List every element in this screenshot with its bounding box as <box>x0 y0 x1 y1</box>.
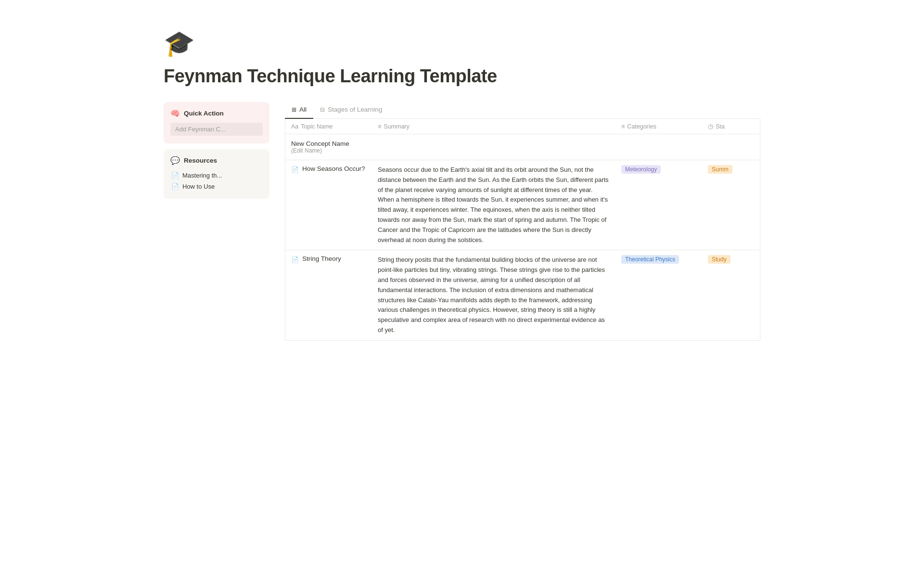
resource-item-label-1: Mastering th... <box>182 172 222 179</box>
seasons-topic-name: How Seasons Occur? <box>302 165 365 172</box>
col-summary-label: Summary <box>384 123 409 130</box>
seasons-category-tag: Meteorology <box>621 165 661 174</box>
page-title: Feynman Technique Learning Template <box>164 66 760 87</box>
string-category-cell: Theoretical Physics <box>616 250 702 340</box>
col-topic-icon: Aa <box>291 123 298 130</box>
seasons-topic-cell: 📄 How Seasons Occur? <box>285 160 372 250</box>
new-concept-name: New Concept Name <box>291 140 366 147</box>
table-row-seasons[interactable]: 📄 How Seasons Occur? Seasons occur due t… <box>285 160 760 250</box>
sidebar-item-mastering[interactable]: 📄 Mastering th... <box>170 170 263 181</box>
col-header-categories: ≡ Categories <box>616 119 702 134</box>
seasons-doc-icon: 📄 <box>291 166 299 173</box>
tab-all-label: All <box>299 106 307 113</box>
new-concept-edit-hint: (Edit Name) <box>291 147 366 154</box>
main-content: ⊞ All ⊟ Stages of Learning Aa <box>285 102 760 341</box>
string-summary-text: String theory posits that the fundamenta… <box>378 255 610 335</box>
string-status-cell: Study <box>702 250 760 340</box>
quick-action-icon: 🧠 <box>170 109 180 118</box>
table-row-new-concept[interactable]: New Concept Name (Edit Name) <box>285 134 760 160</box>
string-topic-name: String Theory <box>302 255 341 262</box>
col-categories-label: Categories <box>627 123 656 130</box>
new-concept-topic-cell: New Concept Name (Edit Name) <box>285 134 372 160</box>
new-concept-category-cell <box>616 134 702 160</box>
sidebar-item-how-to-use[interactable]: 📄 How to Use <box>170 181 263 192</box>
col-header-topic: Aa Topic Name <box>285 119 372 134</box>
quick-action-label: Quick Action <box>184 110 224 117</box>
sidebar: 🧠 Quick Action Add Feynman C... 💬 Resour… <box>164 102 270 199</box>
string-doc-icon: 📄 <box>291 256 299 263</box>
string-topic-cell: 📄 String Theory <box>285 250 372 340</box>
resources-label: Resources <box>184 157 217 164</box>
table-header-row: Aa Topic Name ≡ Summary <box>285 119 760 134</box>
seasons-summary-text: Seasons occur due to the Earth's axial t… <box>378 165 610 245</box>
tab-all-icon: ⊞ <box>292 106 296 113</box>
new-concept-status-cell <box>702 134 760 160</box>
col-status-label: Sta <box>716 123 725 130</box>
resources-header: 💬 Resources <box>170 156 263 165</box>
col-categories-icon: ≡ <box>621 123 625 130</box>
new-concept-summary-cell <box>372 134 616 160</box>
doc-icon-2: 📄 <box>171 183 179 190</box>
col-status-icon: ◷ <box>708 123 713 130</box>
resources-icon: 💬 <box>170 156 180 165</box>
doc-icon-1: 📄 <box>171 172 179 179</box>
col-header-status: ◷ Sta <box>702 119 760 134</box>
tab-all[interactable]: ⊞ All <box>285 102 313 119</box>
add-feynman-button[interactable]: Add Feynman C... <box>170 123 263 136</box>
page-icon: 🎓 <box>164 29 760 58</box>
quick-action-header: 🧠 Quick Action <box>170 109 263 118</box>
seasons-category-cell: Meteorology <box>616 160 702 250</box>
sidebar-resources: 💬 Resources 📄 Mastering th... 📄 How to U… <box>164 149 270 199</box>
table-row-string-theory[interactable]: 📄 String Theory String theory posits tha… <box>285 250 760 340</box>
tab-stages-label: Stages of Learning <box>328 106 382 113</box>
tab-stages[interactable]: ⊟ Stages of Learning <box>313 102 389 119</box>
sidebar-quick-action: 🧠 Quick Action Add Feynman C... <box>164 102 270 143</box>
seasons-status-tag: Summ <box>708 165 732 174</box>
col-summary-icon: ≡ <box>378 123 381 130</box>
string-status-tag: Study <box>708 255 731 264</box>
string-category-tag: Theoretical Physics <box>621 255 679 264</box>
resource-item-label-2: How to Use <box>182 183 215 190</box>
tab-stages-icon: ⊟ <box>320 106 325 113</box>
tabs-bar: ⊞ All ⊟ Stages of Learning <box>285 102 760 119</box>
string-summary-cell: String theory posits that the fundamenta… <box>372 250 616 340</box>
seasons-status-cell: Summ <box>702 160 760 250</box>
seasons-summary-cell: Seasons occur due to the Earth's axial t… <box>372 160 616 250</box>
col-header-summary: ≡ Summary <box>372 119 616 134</box>
data-table: Aa Topic Name ≡ Summary <box>285 119 760 341</box>
col-topic-label: Topic Name <box>301 123 333 130</box>
